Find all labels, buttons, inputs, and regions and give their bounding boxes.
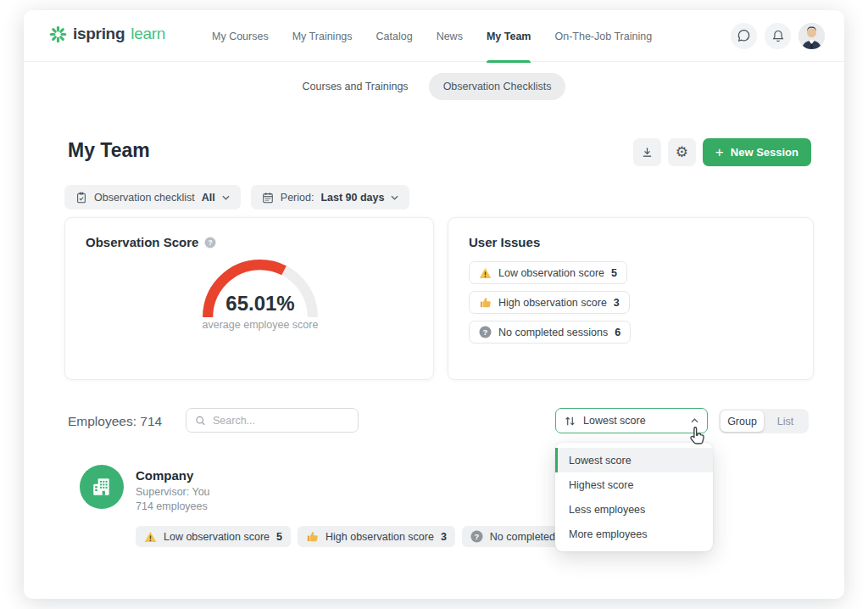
badge-label: Low observation score [164, 531, 270, 543]
badge-high-score[interactable]: High observation score 3 [298, 526, 455, 547]
issue-high-score[interactable]: High observation score 3 [469, 291, 630, 314]
new-session-label: New Session [731, 146, 798, 159]
svg-text:?: ? [209, 238, 213, 247]
subtab-observation-checklists[interactable]: Observation Checklists [429, 73, 566, 100]
issue-low-score[interactable]: Low observation score 5 [469, 261, 627, 284]
badge-label: High observation score [326, 531, 434, 543]
notifications-button[interactable] [765, 23, 791, 49]
header-icons [731, 23, 825, 49]
filter-value: All [202, 192, 215, 204]
nav-my-team[interactable]: My Team [487, 10, 531, 62]
employees-count: 714 [140, 414, 162, 428]
settings-button[interactable]: ⚙ [668, 138, 696, 166]
chevron-up-icon [691, 418, 698, 423]
chat-icon [737, 29, 751, 43]
employee-search [186, 408, 359, 433]
badge-count: 3 [441, 531, 447, 543]
card-title: Observation Score ? [86, 235, 216, 249]
observation-checklist-filter[interactable]: Observation checklist All [64, 185, 241, 210]
sort-icon [565, 416, 576, 427]
ispring-spinner-icon [49, 25, 67, 43]
top-navbar: ispring learn My Courses My Trainings Ca… [24, 10, 844, 62]
issue-label: No completed sessions [498, 327, 608, 338]
user-issues-card: User Issues Low observation score 5 [448, 217, 814, 380]
view-group-button[interactable]: Group [721, 411, 764, 432]
chevron-down-icon [222, 195, 230, 200]
view-toggle: Group List [719, 409, 809, 433]
observation-score-card: Observation Score ? 65.01% average emplo… [64, 217, 434, 380]
summary-cards: Observation Score ? 65.01% average emplo… [64, 217, 814, 380]
employees-label: Employees: [68, 414, 136, 428]
sort-option-less-employees[interactable]: Less employees [555, 497, 713, 522]
company-badges: Low observation score 5 High observation… [136, 526, 620, 547]
thumbs-up-icon [306, 530, 319, 543]
filters: Observation checklist All Period: Last 9… [64, 185, 409, 210]
warning-icon [144, 531, 157, 543]
question-icon: ? [470, 530, 483, 543]
page-actions: ⚙ + New Session [633, 138, 811, 166]
filter-label: Period: [281, 192, 314, 204]
thumbs-up-icon [479, 296, 492, 309]
view-list-button[interactable]: List [764, 411, 807, 432]
chat-button[interactable] [731, 23, 757, 49]
main-nav: My Courses My Trainings Catalog News My … [212, 10, 652, 62]
badge-count: 5 [276, 531, 282, 543]
employees-count-label: Employees: 714 [68, 414, 162, 429]
nav-my-courses[interactable]: My Courses [212, 10, 269, 62]
issue-label: High observation score [498, 297, 607, 309]
issue-list: Low observation score 5 High observation… [469, 261, 631, 344]
nav-catalog[interactable]: Catalog [376, 10, 413, 62]
sort-value: Lowest score [583, 415, 646, 427]
nav-news[interactable]: News [437, 10, 463, 62]
plus-icon: + [715, 145, 724, 159]
observation-score-title: Observation Score [86, 235, 198, 249]
sort-option-more-employees[interactable]: More employees [555, 522, 713, 546]
warning-icon [479, 267, 492, 279]
svg-text:?: ? [474, 532, 479, 541]
card-title: User Issues [469, 235, 540, 249]
issue-label: Low observation score [498, 267, 604, 279]
issue-no-sessions[interactable]: ? No completed sessions 6 [469, 321, 631, 344]
user-avatar[interactable] [798, 23, 825, 49]
company-name[interactable]: Company [136, 468, 193, 483]
calendar-icon [262, 192, 274, 204]
score-caption: average employee score [197, 319, 324, 331]
sort-option-highest-score[interactable]: Highest score [555, 472, 713, 497]
new-session-button[interactable]: + New Session [703, 138, 811, 166]
logo[interactable]: ispring learn [49, 25, 165, 43]
sort-option-lowest-score[interactable]: Lowest score [555, 448, 713, 472]
issue-count: 5 [611, 267, 617, 279]
building-icon [91, 476, 113, 498]
search-icon [195, 415, 206, 427]
download-button[interactable] [633, 138, 661, 166]
sort-dropdown[interactable]: Lowest score [555, 408, 708, 433]
page-title: My Team [68, 139, 150, 162]
checklist-icon [75, 192, 87, 204]
download-icon [641, 146, 654, 159]
issue-count: 6 [615, 327, 620, 338]
nav-on-the-job-training[interactable]: On-The-Job Training [554, 10, 652, 62]
help-icon[interactable]: ? [204, 237, 216, 249]
filter-label: Observation checklist [94, 192, 195, 204]
filter-value: Last 90 days [320, 192, 384, 204]
period-filter[interactable]: Period: Last 90 days [251, 185, 410, 210]
subtabs: Courses and Trainings Observation Checkl… [24, 73, 844, 100]
company-employees: 714 employees [136, 500, 208, 512]
score-gauge: 65.01% average employee score [197, 254, 324, 331]
issue-count: 3 [614, 297, 620, 309]
nav-my-trainings[interactable]: My Trainings [292, 10, 353, 62]
question-icon: ? [479, 326, 492, 338]
bell-icon [771, 29, 785, 43]
company-avatar[interactable] [80, 465, 124, 509]
gear-icon: ⚙ [676, 143, 688, 161]
svg-text:?: ? [483, 327, 488, 337]
badge-low-score[interactable]: Low observation score 5 [136, 526, 291, 547]
chevron-down-icon [391, 195, 398, 200]
app-window: ispring learn My Courses My Trainings Ca… [24, 10, 844, 599]
sort-menu: Lowest score Highest score Less employee… [555, 443, 713, 551]
logo-product: learn [131, 25, 165, 43]
user-issues-title: User Issues [469, 235, 540, 249]
search-input[interactable] [213, 415, 349, 427]
logo-brand: ispring [73, 25, 125, 43]
subtab-courses-and-trainings[interactable]: Courses and Trainings [303, 73, 409, 100]
